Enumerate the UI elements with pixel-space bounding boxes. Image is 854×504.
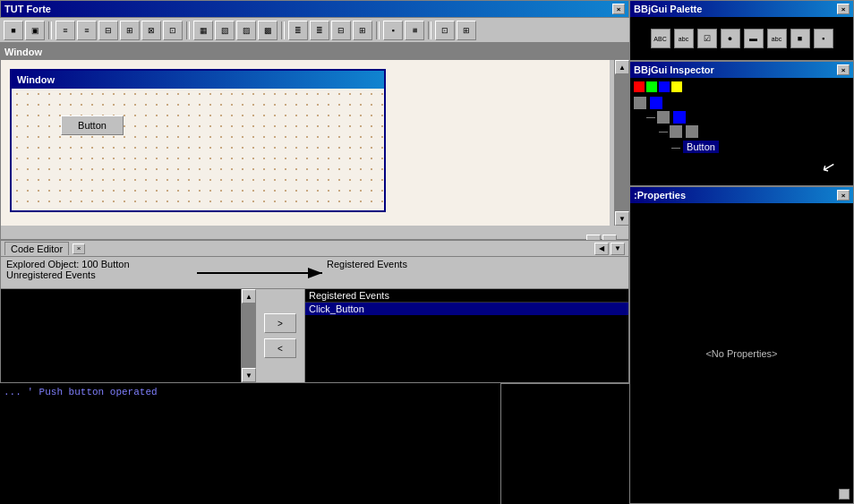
toolbar-btn-15[interactable]: ⊟ [331, 21, 351, 40]
button-widget[interactable]: Button [61, 115, 124, 135]
palette-icon-2[interactable]: abc [674, 29, 694, 48]
tui-form-close-btn[interactable]: × [612, 4, 625, 14]
explored-object: Explored Object: 100 Button [6, 259, 623, 269]
code-editor-min-btn[interactable]: ◀ [594, 243, 609, 255]
toolbar-btn-2[interactable]: ▣ [25, 21, 45, 40]
code-editor-tab-close[interactable]: × [73, 243, 85, 254]
code-right-area[interactable] [501, 383, 629, 504]
bottom-code-area: ... ' Push button operated [0, 383, 629, 504]
registered-panel[interactable]: Registered Events Click_Button [305, 289, 628, 382]
toolbar-btn-17[interactable]: ▪ [383, 21, 403, 40]
tree-item-2[interactable] [634, 110, 850, 124]
toolbar-btn-11[interactable]: ▨ [236, 21, 256, 40]
inspector-close-btn[interactable]: × [837, 64, 850, 75]
scroll-track[interactable] [615, 74, 628, 211]
scroll-up-btn[interactable]: ▲ [615, 60, 629, 74]
code-editor-tab[interactable]: Code Editor [4, 242, 69, 255]
design-scrollbar[interactable]: ▲ ▼ [614, 60, 628, 226]
toolbar-btn-18[interactable]: ◾ [405, 21, 424, 40]
toolbar-btn-4[interactable]: ≡ [77, 21, 97, 40]
palette-titlebar: BBjGui Palette × [630, 1, 853, 17]
toolbar-btn-1[interactable]: ■ [4, 21, 23, 40]
code-editor-title-buttons: ◀ ▼ [594, 243, 625, 255]
unreg-scroll-down[interactable]: ▼ [242, 368, 256, 382]
toolbar-btn-6[interactable]: ⊞ [120, 21, 140, 40]
palette-icon-7[interactable]: ■ [790, 29, 810, 48]
inspector-window: BBjGui Inspector × [629, 61, 854, 186]
tui-form-titlebar: TUT Forte × [1, 1, 628, 17]
no-properties-text: <No Properties> [705, 348, 777, 359]
tree-item-selected-row[interactable]: Button [634, 141, 850, 153]
toolbar-btn-20[interactable]: ⊞ [457, 21, 476, 40]
unregistered-label: Unregistered Events [6, 269, 623, 280]
code-editor: Code Editor × ◀ ▼ Explored Object: 100 B… [0, 240, 629, 383]
registered-selected-item[interactable]: Click_Button [305, 303, 628, 315]
design-window-titlebar: Window [1, 44, 628, 60]
toolbar-btn-12[interactable]: ▩ [258, 21, 278, 40]
code-editor-titlebar: Code Editor × ◀ ▼ [1, 241, 628, 257]
palette-title-buttons: × [837, 4, 850, 14]
tui-form-title: TUT Forte [4, 4, 51, 14]
window-inner-title: Window [17, 74, 55, 85]
unregistered-panel[interactable]: ▲ ▼ [1, 289, 256, 382]
right-panel: BBjGui Palette × ABC abc ☑ ● ▬ abc ■ ▪ B… [629, 0, 854, 504]
toolbar-btn-16[interactable]: ⊞ [353, 21, 372, 40]
unreg-scroll-track[interactable] [242, 303, 255, 368]
cursor-icon: ↙ [819, 155, 837, 177]
properties-close-btn[interactable]: × [837, 190, 850, 201]
inspector-body[interactable]: Button ↙ [630, 78, 853, 185]
toolbar-sep-2 [186, 21, 190, 39]
palette-icon-1[interactable]: ABC [651, 29, 670, 48]
code-line-1: ... ' Push button operated [4, 387, 158, 397]
toolbar-btn-8[interactable]: ⊡ [163, 21, 183, 40]
toolbar-btn-14[interactable]: ≣ [310, 21, 329, 40]
design-window: Window Window Button ▲ ▼ [0, 43, 629, 240]
properties-title-buttons: × [837, 190, 850, 201]
toolbar-sep-5 [428, 21, 431, 39]
properties-window: :Properties × <No Properties> [629, 186, 854, 504]
toolbar-btn-13[interactable]: ≣ [288, 21, 308, 40]
tui-form-window: TUT Forte × [0, 0, 629, 18]
palette-body: ABC abc ☑ ● ▬ abc ■ ▪ [630, 17, 853, 60]
toolbar-btn-7[interactable]: ⊠ [141, 21, 161, 40]
palette-icon-4[interactable]: ● [721, 29, 740, 48]
window-inner-body[interactable]: Button [12, 89, 384, 210]
palette-icon-8[interactable]: ▪ [814, 29, 833, 48]
toolbar-sep-1 [48, 21, 52, 39]
inspector-titlebar: BBjGui Inspector × [630, 62, 853, 78]
code-text-area[interactable]: ... ' Push button operated [0, 383, 501, 504]
code-info-bar: Explored Object: 100 Button Unregistered… [1, 257, 628, 289]
unreg-scroll-up[interactable]: ▲ [242, 289, 256, 303]
palette-title: BBjGui Palette [634, 4, 702, 14]
scroll-down-btn[interactable]: ▼ [615, 211, 629, 226]
palette-icon-6[interactable]: abc [767, 29, 787, 48]
palette-close-btn[interactable]: × [837, 4, 850, 14]
properties-title: :Properties [634, 190, 686, 201]
toolbar-btn-9[interactable]: ▦ [193, 21, 213, 40]
toolbar-btn-19[interactable]: ⊡ [435, 21, 455, 40]
toolbar-btn-5[interactable]: ⊟ [98, 21, 118, 40]
toolbar-sep-4 [376, 21, 380, 39]
palette-icon-5[interactable]: ▬ [744, 29, 764, 48]
window-inner-titlebar: Window [12, 71, 384, 89]
tui-form-title-buttons: × [612, 4, 625, 14]
main-toolbar: ■ ▣ ≡ ≡ ⊟ ⊞ ⊠ ⊡ ▦ ▧ ▨ ▩ ≣ ≣ ⊟ ⊞ ▪ ◾ ⊡ ⊞ [0, 18, 629, 43]
toolbar-sep-3 [281, 21, 285, 39]
tree-item-3[interactable] [634, 124, 850, 139]
design-window-title: Window [4, 47, 42, 57]
unregistered-scrollbar[interactable]: ▲ ▼ [241, 289, 255, 382]
toolbar-btn-10[interactable]: ▧ [215, 21, 235, 40]
inspector-title: BBjGui Inspector [634, 64, 714, 75]
design-canvas[interactable]: Window Button [1, 60, 610, 226]
properties-resize-handle[interactable] [839, 489, 850, 500]
properties-body[interactable]: <No Properties> [630, 203, 853, 503]
palette-icon-3[interactable]: ☑ [697, 29, 717, 48]
code-panels: ▲ ▼ > < Registered Events Click_Button [1, 289, 628, 382]
transfer-left-btn[interactable]: < [264, 338, 296, 358]
palette-window: BBjGui Palette × ABC abc ☑ ● ▬ abc ■ ▪ [629, 0, 854, 61]
code-editor-close-btn[interactable]: ▼ [611, 243, 625, 255]
tree-selected-item[interactable]: Button [683, 141, 719, 153]
toolbar-btn-3[interactable]: ≡ [56, 21, 75, 40]
transfer-right-btn[interactable]: > [264, 313, 296, 333]
tree-item-1[interactable] [634, 96, 850, 110]
